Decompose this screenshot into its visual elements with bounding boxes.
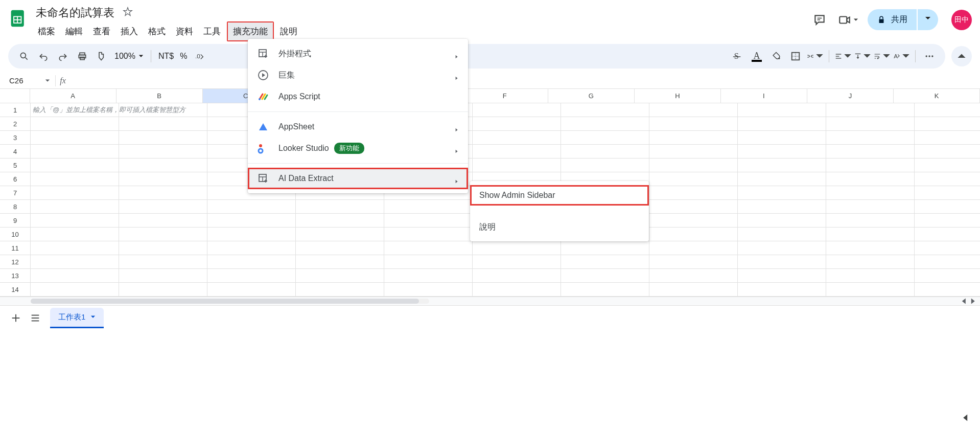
cell-F2[interactable] [473, 117, 561, 131]
cell-J5[interactable] [826, 159, 915, 172]
cell-H5[interactable] [649, 159, 738, 172]
cell-H13[interactable] [649, 269, 738, 283]
cell-I1[interactable] [738, 103, 826, 117]
cell-E10[interactable] [384, 228, 473, 241]
menu-編輯[interactable]: 編輯 [60, 22, 88, 40]
horizontal-align-icon[interactable] [834, 48, 852, 65]
cell-I5[interactable] [738, 159, 826, 172]
toolbar-more-icon[interactable] [921, 48, 938, 65]
fill-color-icon[interactable] [767, 48, 785, 65]
cell-F14[interactable] [473, 283, 561, 297]
row-header-1[interactable]: 1 [0, 103, 31, 117]
cell-C12[interactable] [207, 255, 296, 269]
cell-A8[interactable] [31, 200, 119, 214]
cell-I6[interactable] [738, 172, 826, 186]
zoom-dropdown[interactable]: 100% [111, 52, 147, 61]
cell-C8[interactable] [207, 200, 296, 214]
cell-K5[interactable] [915, 159, 980, 172]
menu-item-ai-data-extract[interactable]: AI Data Extract [248, 168, 468, 189]
cell-K7[interactable] [915, 186, 980, 200]
row-header-10[interactable]: 10 [0, 228, 31, 241]
cell-K2[interactable] [915, 117, 980, 131]
cell-A4[interactable] [31, 145, 119, 159]
decrease-decimal-icon[interactable] [191, 48, 208, 65]
cell-H14[interactable] [649, 283, 738, 297]
cell-J1[interactable] [826, 103, 915, 117]
cell-B3[interactable] [119, 131, 207, 145]
cell-K6[interactable] [915, 172, 980, 186]
row-header-14[interactable]: 14 [0, 283, 31, 297]
cell-C9[interactable] [207, 214, 296, 228]
cell-I10[interactable] [738, 228, 826, 241]
row-header-3[interactable]: 3 [0, 131, 31, 145]
row-header-7[interactable]: 7 [0, 186, 31, 200]
cell-J6[interactable] [826, 172, 915, 186]
col-header-I[interactable]: I [721, 89, 807, 103]
cell-G2[interactable] [561, 117, 649, 131]
cell-K10[interactable] [915, 228, 980, 241]
sheet-tab-active[interactable]: 工作表1 [50, 308, 104, 328]
cell-K13[interactable] [915, 269, 980, 283]
text-rotation-icon[interactable] [893, 48, 910, 65]
cell-K9[interactable] [915, 214, 980, 228]
cell-A7[interactable] [31, 186, 119, 200]
cell-J8[interactable] [826, 200, 915, 214]
cell-J2[interactable] [826, 117, 915, 131]
cell-J13[interactable] [826, 269, 915, 283]
percent-button[interactable]: % [177, 52, 190, 61]
submenu-item-show-admin-sidebar[interactable]: Show Admin Sidebar [470, 185, 649, 206]
cell-G12[interactable] [561, 255, 649, 269]
paint-format-icon[interactable] [93, 48, 110, 65]
cell-H6[interactable] [649, 172, 738, 186]
cell-J14[interactable] [826, 283, 915, 297]
cell-E9[interactable] [384, 214, 473, 228]
cell-H7[interactable] [649, 186, 738, 200]
cell-J12[interactable] [826, 255, 915, 269]
col-header-F[interactable]: F [462, 89, 548, 103]
sheets-logo[interactable] [8, 8, 29, 29]
col-header-B[interactable]: B [116, 89, 203, 103]
cell-H8[interactable] [649, 200, 738, 214]
cell-E11[interactable] [384, 241, 473, 255]
vertical-align-icon[interactable] [854, 48, 871, 65]
cell-G14[interactable] [561, 283, 649, 297]
cell-G4[interactable] [561, 145, 649, 159]
row-header-12[interactable]: 12 [0, 255, 31, 269]
menu-說明[interactable]: 說明 [275, 22, 302, 40]
cell-F5[interactable] [473, 159, 561, 172]
row-header-5[interactable]: 5 [0, 159, 31, 172]
strikethrough-icon[interactable] [729, 48, 746, 65]
cell-D13[interactable] [296, 269, 384, 283]
cell-H12[interactable] [649, 255, 738, 269]
cell-A13[interactable] [31, 269, 119, 283]
cell-G13[interactable] [561, 269, 649, 283]
cell-I7[interactable] [738, 186, 826, 200]
cell-J10[interactable] [826, 228, 915, 241]
cell-B9[interactable] [119, 214, 207, 228]
share-button[interactable]: 共用 [868, 9, 917, 30]
cell-I2[interactable] [738, 117, 826, 131]
horizontal-scrollbar[interactable] [0, 297, 980, 305]
cell-K1[interactable] [915, 103, 980, 117]
cell-J4[interactable] [826, 145, 915, 159]
cell-I9[interactable] [738, 214, 826, 228]
cell-B2[interactable] [119, 117, 207, 131]
cell-A1[interactable]: 輸入「@」並加上檔案名稱，即可插入檔案智慧型方 [31, 103, 119, 117]
cell-F3[interactable] [473, 131, 561, 145]
cell-H2[interactable] [649, 117, 738, 131]
cell-B8[interactable] [119, 200, 207, 214]
cell-H3[interactable] [649, 131, 738, 145]
cell-H10[interactable] [649, 228, 738, 241]
side-panel-toggle-icon[interactable] [956, 409, 975, 427]
add-sheet-icon[interactable] [6, 308, 26, 328]
cell-E8[interactable] [384, 200, 473, 214]
menu-item-apps-script[interactable]: Apps Script [248, 86, 468, 107]
cell-D11[interactable] [296, 241, 384, 255]
cell-I8[interactable] [738, 200, 826, 214]
menu-格式[interactable]: 格式 [143, 22, 171, 40]
cell-D9[interactable] [296, 214, 384, 228]
meet-button[interactable] [838, 13, 858, 27]
row-header-4[interactable]: 4 [0, 145, 31, 159]
cell-A10[interactable] [31, 228, 119, 241]
cell-B14[interactable] [119, 283, 207, 297]
